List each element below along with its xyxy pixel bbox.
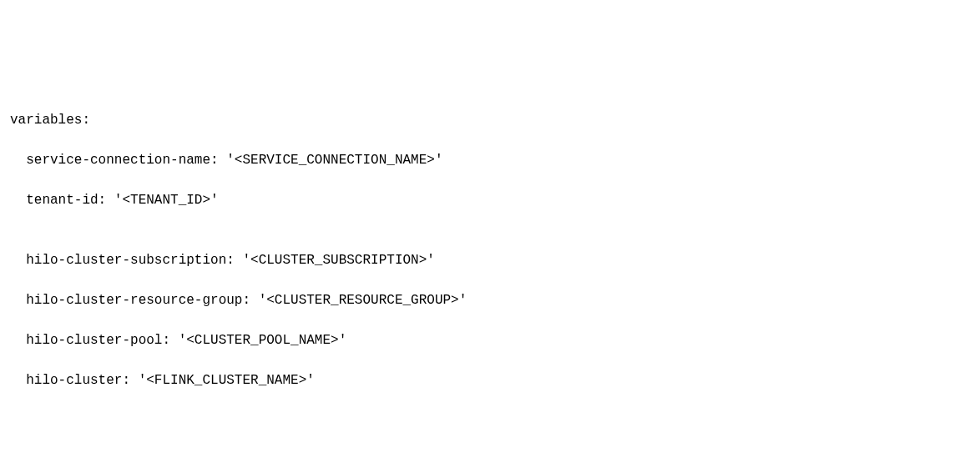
code-line: hilo-cluster-pool: '<CLUSTER_POOL_NAME>': [10, 330, 970, 350]
code-line: hilo-cluster-resource-group: '<CLUSTER_R…: [10, 290, 970, 310]
code-line-header: variables:: [10, 110, 970, 130]
code-block: variables: service-connection-name: '<SE…: [10, 90, 970, 453]
code-line: hilo-cluster: '<FLINK_CLUSTER_NAME>': [10, 370, 970, 390]
code-line: hilo-cluster-subscription: '<CLUSTER_SUB…: [10, 250, 970, 270]
code-line: tenant-id: '<TENANT_ID>': [10, 190, 970, 210]
code-line: service-connection-name: '<SERVICE_CONNE…: [10, 150, 970, 170]
